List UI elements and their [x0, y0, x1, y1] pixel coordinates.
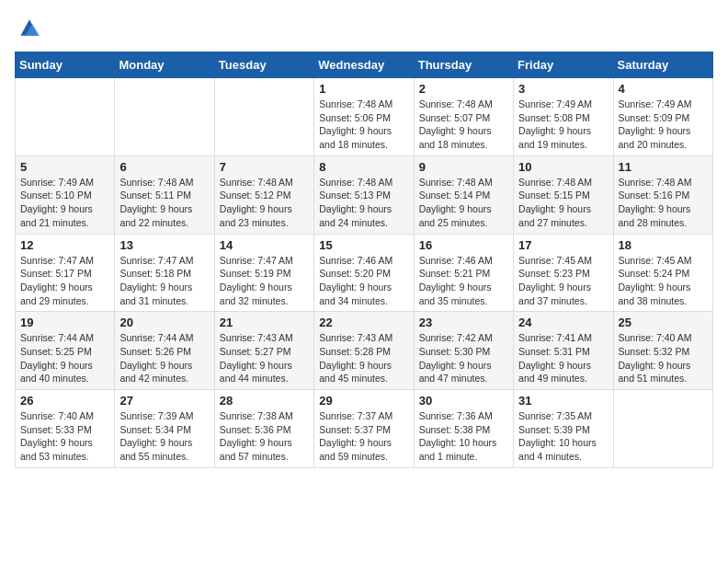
- day-info: Sunrise: 7:48 AM Sunset: 5:13 PM Dayligh…: [319, 176, 408, 230]
- day-number: 4: [619, 82, 708, 96]
- day-info: Sunrise: 7:46 AM Sunset: 5:21 PM Dayligh…: [419, 254, 508, 308]
- day-number: 10: [518, 160, 608, 174]
- day-number: 23: [419, 316, 508, 329]
- day-info: Sunrise: 7:45 AM Sunset: 5:23 PM Dayligh…: [518, 254, 608, 308]
- day-cell: 17Sunrise: 7:45 AM Sunset: 5:23 PM Dayli…: [514, 234, 613, 312]
- day-number: 13: [119, 238, 209, 252]
- day-cell: 10Sunrise: 7:48 AM Sunset: 5:15 PM Dayli…: [514, 155, 613, 234]
- day-info: Sunrise: 7:43 AM Sunset: 5:28 PM Dayligh…: [319, 331, 408, 385]
- day-number: 30: [419, 394, 508, 408]
- day-cell: [115, 78, 214, 156]
- weekday-header-tuesday: Tuesday: [214, 52, 313, 78]
- day-cell: 12Sunrise: 7:47 AM Sunset: 5:17 PM Dayli…: [16, 234, 115, 312]
- day-cell: 26Sunrise: 7:40 AM Sunset: 5:33 PM Dayli…: [16, 390, 115, 468]
- weekday-header-sunday: Sunday: [16, 52, 115, 78]
- day-info: Sunrise: 7:46 AM Sunset: 5:20 PM Dayligh…: [319, 254, 408, 308]
- day-number: 25: [619, 316, 708, 329]
- day-info: Sunrise: 7:44 AM Sunset: 5:26 PM Dayligh…: [119, 331, 209, 385]
- weekday-header-thursday: Thursday: [414, 52, 513, 78]
- day-cell: 27Sunrise: 7:39 AM Sunset: 5:34 PM Dayli…: [115, 390, 214, 468]
- day-cell: [613, 390, 712, 468]
- day-cell: 6Sunrise: 7:48 AM Sunset: 5:11 PM Daylig…: [115, 155, 214, 234]
- day-cell: 24Sunrise: 7:41 AM Sunset: 5:31 PM Dayli…: [514, 312, 613, 390]
- day-number: 31: [518, 394, 608, 408]
- day-number: 22: [319, 316, 408, 329]
- day-info: Sunrise: 7:48 AM Sunset: 5:12 PM Dayligh…: [220, 176, 309, 230]
- day-number: 7: [220, 160, 309, 174]
- day-info: Sunrise: 7:42 AM Sunset: 5:30 PM Dayligh…: [419, 331, 508, 385]
- day-cell: 14Sunrise: 7:47 AM Sunset: 5:19 PM Dayli…: [214, 234, 313, 312]
- logo: [15, 15, 48, 40]
- day-info: Sunrise: 7:36 AM Sunset: 5:38 PM Dayligh…: [419, 409, 508, 464]
- day-cell: [16, 78, 115, 156]
- day-number: 27: [119, 394, 209, 408]
- day-info: Sunrise: 7:48 AM Sunset: 5:11 PM Dayligh…: [119, 176, 209, 230]
- day-number: 28: [220, 394, 309, 408]
- day-number: 2: [419, 82, 508, 96]
- page-header: [15, 15, 713, 40]
- week-row-4: 19Sunrise: 7:44 AM Sunset: 5:25 PM Dayli…: [16, 312, 713, 390]
- day-info: Sunrise: 7:37 AM Sunset: 5:37 PM Dayligh…: [319, 409, 408, 464]
- day-cell: 3Sunrise: 7:49 AM Sunset: 5:08 PM Daylig…: [514, 78, 613, 156]
- day-cell: 15Sunrise: 7:46 AM Sunset: 5:20 PM Dayli…: [314, 234, 414, 312]
- day-cell: 19Sunrise: 7:44 AM Sunset: 5:25 PM Dayli…: [16, 312, 115, 390]
- day-number: 1: [319, 82, 408, 96]
- day-cell: 21Sunrise: 7:43 AM Sunset: 5:27 PM Dayli…: [214, 312, 313, 390]
- day-cell: 30Sunrise: 7:36 AM Sunset: 5:38 PM Dayli…: [414, 390, 513, 468]
- week-row-3: 12Sunrise: 7:47 AM Sunset: 5:17 PM Dayli…: [16, 234, 713, 312]
- day-cell: 8Sunrise: 7:48 AM Sunset: 5:13 PM Daylig…: [314, 155, 414, 234]
- logo-icon: [15, 15, 44, 40]
- day-info: Sunrise: 7:47 AM Sunset: 5:17 PM Dayligh…: [20, 254, 109, 308]
- day-number: 24: [518, 316, 608, 329]
- day-cell: 2Sunrise: 7:48 AM Sunset: 5:07 PM Daylig…: [414, 78, 513, 156]
- day-info: Sunrise: 7:47 AM Sunset: 5:19 PM Dayligh…: [220, 254, 309, 308]
- day-number: 18: [619, 238, 708, 252]
- day-cell: 4Sunrise: 7:49 AM Sunset: 5:09 PM Daylig…: [613, 78, 712, 156]
- day-cell: 25Sunrise: 7:40 AM Sunset: 5:32 PM Dayli…: [613, 312, 712, 390]
- day-info: Sunrise: 7:41 AM Sunset: 5:31 PM Dayligh…: [518, 331, 608, 385]
- day-number: 21: [220, 316, 309, 329]
- day-cell: 20Sunrise: 7:44 AM Sunset: 5:26 PM Dayli…: [115, 312, 214, 390]
- day-cell: 5Sunrise: 7:49 AM Sunset: 5:10 PM Daylig…: [16, 155, 115, 234]
- week-row-5: 26Sunrise: 7:40 AM Sunset: 5:33 PM Dayli…: [16, 390, 713, 468]
- day-number: 11: [619, 160, 708, 174]
- day-number: 19: [20, 316, 109, 329]
- day-number: 16: [419, 238, 508, 252]
- weekday-header-friday: Friday: [514, 52, 613, 78]
- day-cell: 22Sunrise: 7:43 AM Sunset: 5:28 PM Dayli…: [314, 312, 414, 390]
- day-info: Sunrise: 7:48 AM Sunset: 5:06 PM Dayligh…: [319, 98, 408, 152]
- day-cell: 16Sunrise: 7:46 AM Sunset: 5:21 PM Dayli…: [414, 234, 513, 312]
- day-info: Sunrise: 7:48 AM Sunset: 5:07 PM Dayligh…: [419, 98, 508, 152]
- day-cell: 9Sunrise: 7:48 AM Sunset: 5:14 PM Daylig…: [414, 155, 513, 234]
- day-number: 3: [518, 82, 608, 96]
- week-row-1: 1Sunrise: 7:48 AM Sunset: 5:06 PM Daylig…: [16, 78, 713, 156]
- day-number: 26: [20, 394, 109, 408]
- day-info: Sunrise: 7:35 AM Sunset: 5:39 PM Dayligh…: [518, 409, 608, 464]
- day-number: 5: [20, 160, 109, 174]
- day-info: Sunrise: 7:40 AM Sunset: 5:32 PM Dayligh…: [619, 331, 708, 385]
- day-cell: 31Sunrise: 7:35 AM Sunset: 5:39 PM Dayli…: [514, 390, 613, 468]
- weekday-header-monday: Monday: [115, 52, 214, 78]
- day-info: Sunrise: 7:48 AM Sunset: 5:16 PM Dayligh…: [619, 176, 708, 230]
- day-info: Sunrise: 7:49 AM Sunset: 5:08 PM Dayligh…: [518, 98, 608, 152]
- day-info: Sunrise: 7:49 AM Sunset: 5:10 PM Dayligh…: [20, 176, 109, 230]
- day-info: Sunrise: 7:48 AM Sunset: 5:15 PM Dayligh…: [518, 176, 608, 230]
- calendar: SundayMondayTuesdayWednesdayThursdayFrid…: [15, 52, 713, 468]
- day-cell: 11Sunrise: 7:48 AM Sunset: 5:16 PM Dayli…: [613, 155, 712, 234]
- day-info: Sunrise: 7:48 AM Sunset: 5:14 PM Dayligh…: [419, 176, 508, 230]
- week-row-2: 5Sunrise: 7:49 AM Sunset: 5:10 PM Daylig…: [16, 155, 713, 234]
- weekday-header-row: SundayMondayTuesdayWednesdayThursdayFrid…: [16, 52, 713, 78]
- day-info: Sunrise: 7:40 AM Sunset: 5:33 PM Dayligh…: [20, 409, 109, 464]
- day-cell: 23Sunrise: 7:42 AM Sunset: 5:30 PM Dayli…: [414, 312, 513, 390]
- day-cell: 29Sunrise: 7:37 AM Sunset: 5:37 PM Dayli…: [314, 390, 414, 468]
- day-cell: 13Sunrise: 7:47 AM Sunset: 5:18 PM Dayli…: [115, 234, 214, 312]
- day-number: 20: [119, 316, 209, 329]
- day-info: Sunrise: 7:38 AM Sunset: 5:36 PM Dayligh…: [220, 409, 309, 464]
- day-info: Sunrise: 7:44 AM Sunset: 5:25 PM Dayligh…: [20, 331, 109, 385]
- day-cell: [214, 78, 313, 156]
- day-number: 12: [20, 238, 109, 252]
- weekday-header-wednesday: Wednesday: [314, 52, 414, 78]
- day-number: 14: [220, 238, 309, 252]
- day-number: 15: [319, 238, 408, 252]
- day-cell: 7Sunrise: 7:48 AM Sunset: 5:12 PM Daylig…: [214, 155, 313, 234]
